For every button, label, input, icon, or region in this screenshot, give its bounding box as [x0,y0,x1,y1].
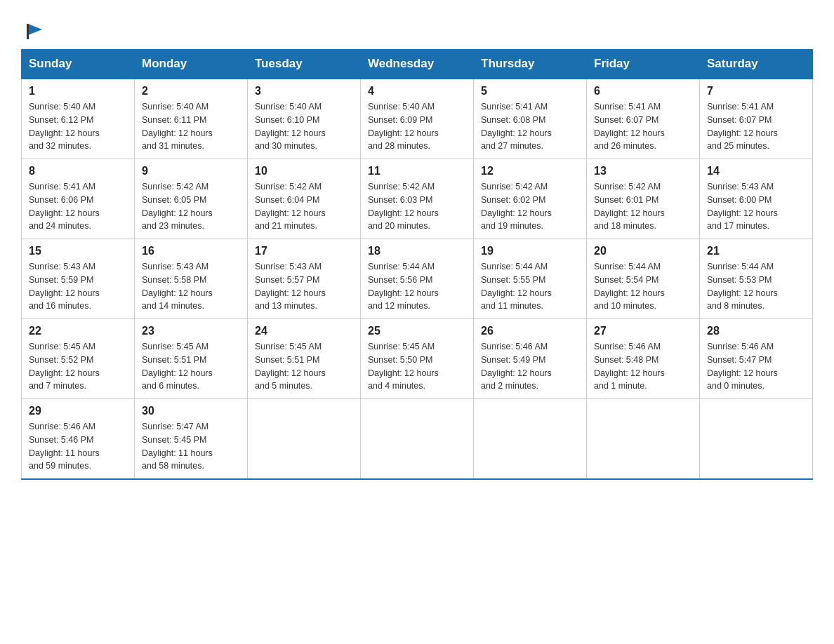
calendar-cell: 10Sunrise: 5:42 AMSunset: 6:04 PMDayligh… [248,159,361,239]
day-number: 8 [29,165,127,177]
day-number: 18 [368,245,466,257]
day-info: Sunrise: 5:44 AMSunset: 5:56 PMDaylight:… [368,260,466,313]
calendar-cell [248,399,361,480]
day-info: Sunrise: 5:46 AMSunset: 5:49 PMDaylight:… [481,340,579,393]
day-info: Sunrise: 5:40 AMSunset: 6:09 PMDaylight:… [368,100,466,153]
day-number: 14 [707,165,805,177]
day-info: Sunrise: 5:47 AMSunset: 5:45 PMDaylight:… [142,420,240,473]
day-number: 16 [142,245,240,257]
calendar-week-row: 22Sunrise: 5:45 AMSunset: 5:52 PMDayligh… [22,319,813,399]
calendar-week-row: 8Sunrise: 5:41 AMSunset: 6:06 PMDaylight… [22,159,813,239]
calendar-cell [587,399,700,480]
day-info: Sunrise: 5:45 AMSunset: 5:52 PMDaylight:… [29,340,127,393]
calendar-cell: 2Sunrise: 5:40 AMSunset: 6:11 PMDaylight… [135,79,248,159]
day-info: Sunrise: 5:45 AMSunset: 5:50 PMDaylight:… [368,340,466,393]
day-number: 6 [594,85,692,98]
calendar-cell: 9Sunrise: 5:42 AMSunset: 6:05 PMDaylight… [135,159,248,239]
calendar-cell: 28Sunrise: 5:46 AMSunset: 5:47 PMDayligh… [700,319,813,399]
day-number: 3 [255,85,353,98]
day-info: Sunrise: 5:40 AMSunset: 6:12 PMDaylight:… [29,100,127,153]
day-number: 12 [481,165,579,177]
day-number: 29 [29,405,127,417]
calendar-week-row: 15Sunrise: 5:43 AMSunset: 5:59 PMDayligh… [22,239,813,319]
calendar-cell: 4Sunrise: 5:40 AMSunset: 6:09 PMDaylight… [361,79,474,159]
day-number: 22 [29,325,127,337]
day-info: Sunrise: 5:41 AMSunset: 6:07 PMDaylight:… [594,100,692,153]
day-info: Sunrise: 5:44 AMSunset: 5:53 PMDaylight:… [707,260,805,313]
day-number: 23 [142,325,240,337]
day-info: Sunrise: 5:40 AMSunset: 6:10 PMDaylight:… [255,100,353,153]
day-number: 20 [594,245,692,257]
day-info: Sunrise: 5:45 AMSunset: 5:51 PMDaylight:… [142,340,240,393]
day-number: 7 [707,85,805,98]
calendar-cell: 22Sunrise: 5:45 AMSunset: 5:52 PMDayligh… [22,319,135,399]
calendar-cell: 5Sunrise: 5:41 AMSunset: 6:08 PMDaylight… [474,79,587,159]
calendar-week-row: 29Sunrise: 5:46 AMSunset: 5:46 PMDayligh… [22,399,813,480]
day-number: 27 [594,325,692,337]
day-info: Sunrise: 5:43 AMSunset: 5:58 PMDaylight:… [142,260,240,313]
calendar-cell: 13Sunrise: 5:42 AMSunset: 6:01 PMDayligh… [587,159,700,239]
day-number: 24 [255,325,353,337]
calendar-cell: 12Sunrise: 5:42 AMSunset: 6:02 PMDayligh… [474,159,587,239]
calendar-cell: 7Sunrise: 5:41 AMSunset: 6:07 PMDaylight… [700,79,813,159]
day-number: 25 [368,325,466,337]
calendar-week-row: 1Sunrise: 5:40 AMSunset: 6:12 PMDaylight… [22,79,813,159]
day-info: Sunrise: 5:40 AMSunset: 6:11 PMDaylight:… [142,100,240,153]
day-of-week-header: Friday [587,50,700,79]
day-info: Sunrise: 5:46 AMSunset: 5:46 PMDaylight:… [29,420,127,473]
calendar-cell: 17Sunrise: 5:43 AMSunset: 5:57 PMDayligh… [248,239,361,319]
day-of-week-header: Saturday [700,50,813,79]
day-info: Sunrise: 5:41 AMSunset: 6:06 PMDaylight:… [29,180,127,233]
day-of-week-header: Tuesday [248,50,361,79]
day-info: Sunrise: 5:43 AMSunset: 5:59 PMDaylight:… [29,260,127,313]
day-number: 13 [594,165,692,177]
day-number: 17 [255,245,353,257]
header [21,14,813,42]
calendar-cell: 19Sunrise: 5:44 AMSunset: 5:55 PMDayligh… [474,239,587,319]
svg-marker-0 [28,24,42,35]
day-of-week-header: Monday [135,50,248,79]
calendar-cell: 14Sunrise: 5:43 AMSunset: 6:00 PMDayligh… [700,159,813,239]
calendar-cell: 3Sunrise: 5:40 AMSunset: 6:10 PMDaylight… [248,79,361,159]
logo-flag-icon [22,21,44,42]
calendar-cell: 24Sunrise: 5:45 AMSunset: 5:51 PMDayligh… [248,319,361,399]
day-info: Sunrise: 5:43 AMSunset: 6:00 PMDaylight:… [707,180,805,233]
day-info: Sunrise: 5:45 AMSunset: 5:51 PMDaylight:… [255,340,353,393]
calendar-cell: 11Sunrise: 5:42 AMSunset: 6:03 PMDayligh… [361,159,474,239]
day-number: 10 [255,165,353,177]
calendar-cell: 1Sunrise: 5:40 AMSunset: 6:12 PMDaylight… [22,79,135,159]
day-info: Sunrise: 5:42 AMSunset: 6:02 PMDaylight:… [481,180,579,233]
day-number: 5 [481,85,579,98]
day-of-week-header: Wednesday [361,50,474,79]
day-info: Sunrise: 5:46 AMSunset: 5:48 PMDaylight:… [594,340,692,393]
calendar-cell: 8Sunrise: 5:41 AMSunset: 6:06 PMDaylight… [22,159,135,239]
calendar-cell: 30Sunrise: 5:47 AMSunset: 5:45 PMDayligh… [135,399,248,480]
calendar-cell: 6Sunrise: 5:41 AMSunset: 6:07 PMDaylight… [587,79,700,159]
calendar-cell: 23Sunrise: 5:45 AMSunset: 5:51 PMDayligh… [135,319,248,399]
day-info: Sunrise: 5:42 AMSunset: 6:04 PMDaylight:… [255,180,353,233]
day-number: 30 [142,405,240,417]
day-info: Sunrise: 5:44 AMSunset: 5:55 PMDaylight:… [481,260,579,313]
day-info: Sunrise: 5:43 AMSunset: 5:57 PMDaylight:… [255,260,353,313]
day-of-week-header: Thursday [474,50,587,79]
calendar-cell: 18Sunrise: 5:44 AMSunset: 5:56 PMDayligh… [361,239,474,319]
calendar-cell: 21Sunrise: 5:44 AMSunset: 5:53 PMDayligh… [700,239,813,319]
calendar-cell: 25Sunrise: 5:45 AMSunset: 5:50 PMDayligh… [361,319,474,399]
calendar-cell [361,399,474,480]
day-info: Sunrise: 5:41 AMSunset: 6:07 PMDaylight:… [707,100,805,153]
day-number: 26 [481,325,579,337]
day-number: 11 [368,165,466,177]
calendar-cell [700,399,813,480]
day-number: 19 [481,245,579,257]
calendar-table: SundayMondayTuesdayWednesdayThursdayFrid… [21,49,813,480]
day-info: Sunrise: 5:44 AMSunset: 5:54 PMDaylight:… [594,260,692,313]
day-number: 4 [368,85,466,98]
day-number: 28 [707,325,805,337]
calendar-cell: 20Sunrise: 5:44 AMSunset: 5:54 PMDayligh… [587,239,700,319]
day-info: Sunrise: 5:42 AMSunset: 6:01 PMDaylight:… [594,180,692,233]
logo [21,21,44,42]
day-info: Sunrise: 5:42 AMSunset: 6:03 PMDaylight:… [368,180,466,233]
calendar-cell: 27Sunrise: 5:46 AMSunset: 5:48 PMDayligh… [587,319,700,399]
calendar-cell: 16Sunrise: 5:43 AMSunset: 5:58 PMDayligh… [135,239,248,319]
days-header-row: SundayMondayTuesdayWednesdayThursdayFrid… [22,50,813,79]
